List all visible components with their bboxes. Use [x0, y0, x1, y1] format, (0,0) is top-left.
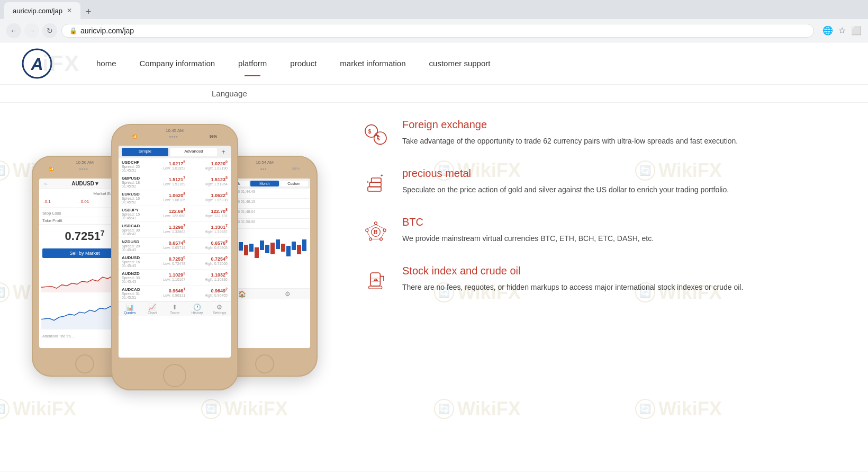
main-content: 10:50 AM 📶●●●●WiFi ← AUDUSD▼ ☰ Market Ex…: [0, 103, 868, 442]
foreign-exchange-title: Foreign exchange: [402, 119, 847, 131]
address-bar[interactable]: 🔒 auricvip.com/jap: [61, 24, 814, 38]
svg-rect-20: [302, 239, 306, 251]
tab-quotes[interactable]: 📊 Quotes: [119, 304, 141, 315]
browser-actions: 🌐 ☆ ⬜: [822, 25, 862, 35]
svg-rect-26: [369, 182, 381, 186]
feature-foreign-exchange: $ € Foreign exchange Take advantage of t: [360, 119, 847, 150]
pair-eurusd: EURUSD Spread: 16 01:45:52 1.06208 Low: …: [119, 190, 231, 206]
foreign-exchange-desc: Take advantage of the opportunity to tra…: [402, 135, 847, 147]
svg-line-37: [367, 231, 370, 238]
svg-rect-27: [372, 178, 381, 182]
chart-tab-custom[interactable]: Custom: [280, 181, 308, 186]
pair-usdcad: USDCAD Spread: 30 01:45:42 1.32987 Low: …: [119, 222, 231, 238]
feature-stock-index: Stock index and crude oil There are no f…: [360, 265, 847, 297]
add-icon[interactable]: +: [219, 148, 228, 156]
svg-rect-15: [276, 239, 280, 249]
feature-precious-metal-text: precious metal Speculate on the price ac…: [402, 167, 847, 195]
tab-close-icon[interactable]: ✕: [67, 7, 72, 14]
svg-rect-13: [265, 245, 269, 253]
nav-buttons: ← → ↻: [6, 23, 57, 38]
phone-right-home-btn: [255, 354, 274, 373]
nav-platform[interactable]: platform: [227, 44, 278, 83]
phone-center-bottom-tabs: 📊 Quotes 📈 Chart ⬆ Trade 🕐: [119, 301, 231, 316]
gold-icon: ✦ ✦: [360, 167, 392, 199]
back-button[interactable]: ←: [6, 23, 21, 38]
navbar: A iFX home Company information platform …: [0, 42, 868, 85]
tab-advanced[interactable]: Advanced: [170, 148, 217, 156]
pair-audnzd: AUDNZD Spread: 33 01:45:43 1.10293 Low: …: [119, 270, 231, 286]
phone-center: 10:45 AM 📶●●●●99% Simple Advanced +: [111, 124, 238, 390]
stock-index-title: Stock index and crude oil: [402, 265, 847, 277]
active-tab[interactable]: auricvip.com/jap ✕: [4, 2, 80, 19]
nav-market[interactable]: market information: [328, 44, 417, 83]
features-panel: $ € Foreign exchange Take advantage of t: [360, 113, 847, 314]
menu-icon[interactable]: ⬜: [851, 25, 862, 35]
svg-rect-14: [270, 243, 275, 254]
feature-stock-index-text: Stock index and crude oil There are no f…: [402, 265, 847, 293]
svg-line-35: [367, 225, 376, 229]
precious-metal-title: precious metal: [402, 167, 847, 180]
phones-area: 10:50 AM 📶●●●●WiFi ← AUDUSD▼ ☰ Market Ex…: [21, 113, 339, 421]
oil-icon: [360, 265, 392, 297]
stock-index-desc: There are no fees, requotes, or hidden m…: [402, 281, 847, 293]
nav-company[interactable]: Company information: [128, 44, 227, 83]
pair-usdjpy: USDJPY Spread: 15 01:45:41 122.693 Low: …: [119, 206, 231, 222]
pair-nzdusd: NZDUSD Spread: 20 01:45:43 0.65748 Low: …: [119, 238, 231, 254]
tab-trade[interactable]: ⬆ Trade: [164, 304, 186, 315]
reload-button[interactable]: ↻: [42, 23, 57, 38]
browser-chrome: ← → ↻ 🔒 auricvip.com/jap 🌐 ☆ ⬜: [0, 19, 868, 42]
bookmark-icon[interactable]: ☆: [838, 25, 846, 35]
svg-text:B: B: [374, 229, 378, 235]
phone-center-home-btn: [163, 364, 186, 387]
pair-audusd: AUDUSD Spread: 16 01:45:43 0.72530 Low: …: [119, 254, 231, 270]
svg-rect-16: [281, 244, 285, 252]
tab-chart[interactable]: 📈 Chart: [141, 304, 163, 315]
right-tab-settings[interactable]: ⚙: [265, 290, 310, 298]
page: 🔄 WikiFX 🔄 WikiFX 🔄 WikiFX 🔄 WikiFX: [0, 42, 868, 471]
forward-button[interactable]: →: [24, 23, 39, 38]
tab-history[interactable]: 🕐 History: [186, 304, 208, 315]
language-label[interactable]: Language: [212, 89, 247, 98]
feature-precious-metal: ✦ ✦ precious metal Speculate on the pric…: [360, 167, 847, 199]
pair-audcad: AUDCAD Spread: 31 01:45:51 0.96461 Low: …: [119, 286, 231, 301]
svg-line-36: [376, 225, 385, 229]
pair-usdchf: USDCHF Spread: 25 01:45:51 1.02175 Low: …: [119, 158, 231, 174]
bitcoin-icon: B: [360, 216, 392, 248]
browser-tabs-bar: auricvip.com/jap ✕ +: [0, 0, 868, 19]
chart-tab-month[interactable]: Month: [250, 181, 278, 186]
phone-center-tabs: Simple Advanced +: [119, 146, 231, 158]
svg-point-30: [375, 222, 377, 225]
feature-btc-text: BTC We provide mainstream virtual curren…: [402, 216, 847, 244]
svg-text:✦: ✦: [380, 173, 384, 178]
pairs-list: USDCHF Spread: 25 01:45:51 1.02175 Low: …: [119, 158, 231, 301]
phone-center-status: 📶●●●●99%: [112, 134, 237, 139]
svg-text:✦: ✦: [366, 180, 369, 184]
phone-center-screen: Simple Advanced + USDCHF Spread: 25 01:4…: [119, 146, 231, 358]
tab-simple[interactable]: Simple: [122, 148, 168, 156]
new-tab-button[interactable]: +: [80, 4, 96, 19]
svg-text:€: €: [377, 136, 381, 141]
logo[interactable]: A: [21, 48, 53, 79]
nav-support[interactable]: customer support: [418, 44, 502, 83]
phone-center-time: 10:45 AM: [112, 125, 237, 134]
logo-svg: A: [21, 48, 53, 79]
lock-icon: 🔒: [69, 27, 77, 34]
logo-area: A: [21, 48, 53, 79]
feature-btc: B BTC We provide mainstream virtual curr…: [360, 216, 847, 248]
tab-settings[interactable]: ⚙ Settings: [209, 304, 231, 315]
exchange-icon: $ €: [360, 119, 392, 150]
translate-icon[interactable]: 🌐: [822, 25, 833, 35]
svg-text:A: A: [30, 55, 43, 74]
precious-metal-desc: Speculate on the price action of gold an…: [402, 184, 847, 195]
svg-line-38: [381, 231, 385, 238]
svg-rect-17: [286, 246, 291, 256]
svg-rect-19: [297, 245, 301, 254]
nav-product[interactable]: product: [278, 44, 328, 83]
pair-gbpusd: GBPUSD Spread: 18 01:45:52 1.51217 Low: …: [119, 174, 231, 190]
nav-home[interactable]: home: [85, 44, 128, 83]
tab-title: auricvip.com/jap: [13, 7, 62, 15]
svg-rect-10: [249, 244, 254, 252]
phone-left-home-btn: [75, 354, 94, 373]
svg-rect-25: [368, 187, 381, 191]
svg-rect-11: [255, 247, 259, 258]
